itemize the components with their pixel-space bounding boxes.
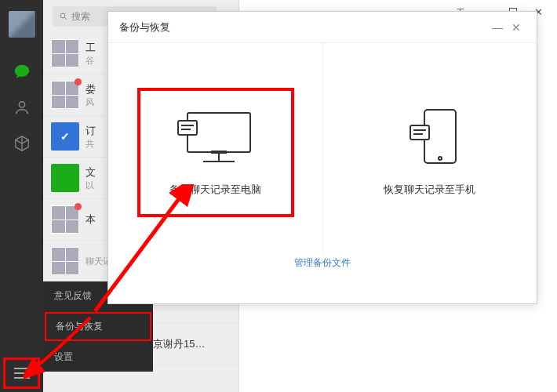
chat-avatar [51,247,79,275]
sidebar [0,0,43,392]
chat-avatar [51,164,79,192]
chat-avatar [51,122,79,151]
unread-dot [75,78,82,85]
svg-rect-6 [178,121,197,135]
restore-to-phone-option[interactable]: 恢复聊天记录至手机 [323,43,537,255]
chat-avatar [51,81,79,109]
dialog-header: 备份与恢复 — ✕ [108,12,537,43]
unread-dot [75,203,82,210]
dialog-minimize-button[interactable]: — [488,21,507,34]
manage-backup-files-link[interactable]: 管理备份文件 [294,257,351,268]
cube-icon[interactable] [13,134,31,153]
restore-to-phone-label: 恢复聊天记录至手机 [384,183,475,197]
backup-restore-dialog: 备份与恢复 — ✕ 备份聊天记录至电脑 [107,11,537,304]
svg-rect-11 [410,125,429,140]
backup-to-pc-label: 备份聊天记录至电脑 [169,183,261,197]
backup-to-pc-option[interactable]: 备份聊天记录至电脑 [108,43,323,255]
computer-icon [168,101,262,172]
menu-button[interactable] [14,368,30,379]
svg-point-1 [60,13,65,18]
menu-item-backup-restore[interactable]: 备份与恢复 [45,312,151,341]
svg-point-0 [19,102,24,107]
dialog-close-button[interactable]: ✕ [507,21,526,34]
menu-button-highlight [3,358,40,389]
chat-avatar [51,205,79,234]
dialog-title: 备份与恢复 [119,20,170,34]
avatar[interactable] [9,11,35,38]
chat-avatar [51,39,79,67]
phone-icon [383,101,477,172]
chat-icon[interactable] [13,62,31,81]
contacts-icon[interactable] [13,98,31,117]
svg-point-10 [439,157,442,160]
menu-item-settings[interactable]: 设置 [43,343,153,372]
search-placeholder: 搜索 [71,10,90,24]
